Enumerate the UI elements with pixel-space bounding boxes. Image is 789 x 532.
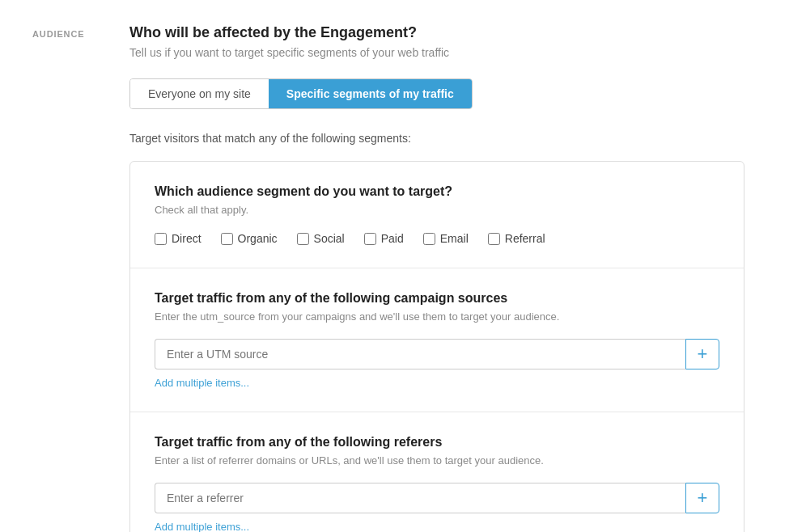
checkbox-organic[interactable]: Organic [221, 232, 278, 245]
checkbox-paid[interactable]: Paid [364, 232, 404, 245]
referrer-card: Target traffic from any of the following… [130, 412, 744, 532]
page-subtitle: Tell us if you want to target specific s… [129, 46, 744, 59]
checkbox-referral-input[interactable] [488, 233, 500, 245]
campaign-add-multiple-link[interactable]: Add multiple items... [155, 377, 249, 389]
audience-toggle-group: Everyone on my site Specific segments of… [129, 78, 473, 109]
checkbox-direct-label: Direct [172, 232, 201, 245]
referrer-input[interactable] [155, 483, 685, 513]
referrer-card-subtitle: Enter a list of referrer domains or URLs… [155, 454, 719, 467]
utm-add-button[interactable]: + [685, 339, 719, 369]
checkbox-organic-label: Organic [238, 232, 278, 245]
audience-cards-container: Which audience segment do you want to ta… [129, 161, 744, 532]
checkbox-direct[interactable]: Direct [155, 232, 201, 245]
campaign-input-row: + [155, 339, 719, 369]
segment-card: Which audience segment do you want to ta… [130, 162, 744, 268]
checkbox-email-label: Email [440, 232, 469, 245]
checkbox-social-label: Social [314, 232, 345, 245]
campaign-card-title: Target traffic from any of the following… [155, 291, 719, 306]
referrer-input-row: + [155, 483, 719, 513]
segment-card-subtitle: Check all that apply. [155, 204, 719, 216]
referrer-add-button[interactable]: + [685, 483, 719, 513]
audience-label: AUDIENCE [32, 24, 129, 532]
checkbox-direct-input[interactable] [155, 233, 167, 245]
checkbox-social-input[interactable] [297, 233, 309, 245]
referrer-add-multiple-link[interactable]: Add multiple items... [155, 521, 249, 532]
specific-segments-toggle-btn[interactable]: Specific segments of my traffic [269, 79, 472, 108]
referrer-card-title: Target traffic from any of the following… [155, 435, 719, 450]
utm-source-input[interactable] [155, 339, 685, 369]
checkbox-organic-input[interactable] [221, 233, 233, 245]
checkbox-referral-label: Referral [505, 232, 545, 245]
page-title: Who will be affected by the Engagement? [129, 24, 744, 41]
checkbox-paid-input[interactable] [364, 233, 376, 245]
campaign-card: Target traffic from any of the following… [130, 268, 744, 412]
campaign-card-subtitle: Enter the utm_source from your campaigns… [155, 310, 719, 323]
everyone-toggle-btn[interactable]: Everyone on my site [130, 79, 269, 108]
checkbox-email[interactable]: Email [423, 232, 469, 245]
segment-card-title: Which audience segment do you want to ta… [155, 184, 719, 199]
checkbox-referral[interactable]: Referral [488, 232, 545, 245]
checkbox-email-input[interactable] [423, 233, 435, 245]
segment-checkbox-group: Direct Organic Social Paid [155, 232, 719, 245]
main-content: Who will be affected by the Engagement? … [129, 24, 744, 532]
target-description: Target visitors that match any of the fo… [129, 132, 744, 145]
checkbox-paid-label: Paid [381, 232, 404, 245]
checkbox-social[interactable]: Social [297, 232, 345, 245]
